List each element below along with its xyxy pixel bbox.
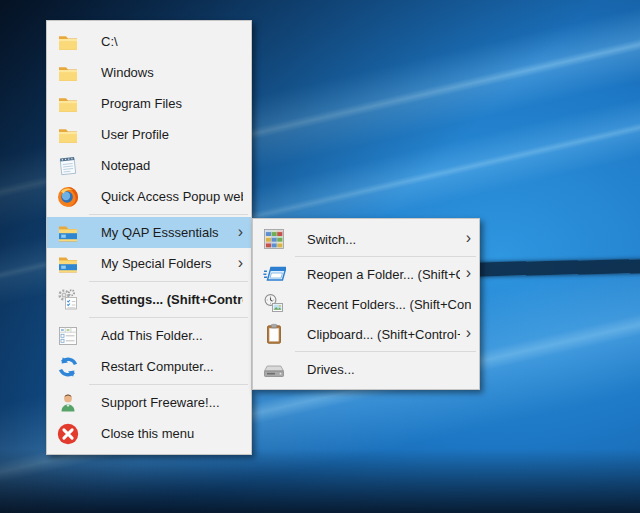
menu-item-label: Add This Folder...: [101, 328, 243, 343]
menu-item-label: Quick Access Popup web site: [101, 189, 243, 204]
submenu-item-switch[interactable]: Switch... ›: [253, 224, 479, 254]
folder-icon: [55, 60, 81, 86]
menu-item-my-special-folders[interactable]: My Special Folders ›: [47, 248, 251, 279]
recent-folders-icon: [261, 291, 287, 317]
submenu-arrow-icon: ›: [466, 265, 471, 281]
clipboard-icon: [261, 321, 287, 347]
menu-item-restart-computer[interactable]: Restart Computer...: [47, 351, 251, 382]
drives-icon: [261, 356, 287, 382]
menu-item-label: Close this menu: [101, 426, 243, 441]
menu-item-label: Clipboard... (Shift+Control+C): [307, 327, 460, 342]
menu-item-windows[interactable]: Windows: [47, 57, 251, 88]
wallpaper-bottom-shade: [0, 449, 640, 513]
menu-item-label: User Profile: [101, 127, 243, 142]
menu-item-label: My QAP Esssentials: [101, 225, 232, 240]
menu-item-notepad[interactable]: Notepad: [47, 150, 251, 181]
desktop-background[interactable]: C:\ Windows Program Files User Profile N: [0, 0, 640, 513]
support-person-icon: [55, 390, 81, 416]
menu-item-label: Program Files: [101, 96, 243, 111]
submenu-arrow-icon: ›: [238, 255, 243, 271]
menu-item-label: Support Freeware!...: [101, 395, 243, 410]
submenu-arrow-icon: ›: [238, 224, 243, 240]
menu-item-label: Restart Computer...: [101, 359, 243, 374]
menu-item-user-profile[interactable]: User Profile: [47, 119, 251, 150]
folder-icon: [55, 29, 81, 55]
menu-item-label: Notepad: [101, 158, 243, 173]
menu-separator: [295, 256, 476, 257]
submenu-item-recent-folders[interactable]: Recent Folders... (Shift+Control+R): [253, 289, 479, 319]
switch-icon: [261, 226, 287, 252]
menu-item-qap-website[interactable]: Quick Access Popup web site: [47, 181, 251, 212]
menu-item-label: Recent Folders... (Shift+Control+R): [307, 297, 471, 312]
menu-item-label: Reopen a Folder... (Shift+Control+F): [307, 267, 460, 282]
menu-separator: [89, 281, 248, 282]
menu-item-settings[interactable]: Settings... (Shift+Control+S): [47, 284, 251, 315]
submenu-arrow-icon: ›: [466, 325, 471, 341]
submenu-item-clipboard[interactable]: Clipboard... (Shift+Control+C) ›: [253, 319, 479, 349]
menu-item-label: My Special Folders: [101, 256, 232, 271]
menu-separator: [89, 214, 248, 215]
qap-main-menu: C:\ Windows Program Files User Profile N: [46, 20, 252, 455]
qap-folder-icon: [55, 220, 81, 246]
menu-item-label: Windows: [101, 65, 243, 80]
menu-item-label: C:\: [101, 34, 243, 49]
qap-folder-icon: [55, 251, 81, 277]
submenu-arrow-icon: ›: [466, 230, 471, 246]
menu-item-label: Drives...: [307, 362, 471, 377]
menu-item-c-drive[interactable]: C:\: [47, 26, 251, 57]
menu-separator: [89, 384, 248, 385]
settings-icon: [55, 287, 81, 313]
menu-item-program-files[interactable]: Program Files: [47, 88, 251, 119]
close-icon: [55, 421, 81, 447]
firefox-icon: [55, 184, 81, 210]
menu-separator: [295, 351, 476, 352]
menu-separator: [89, 317, 248, 318]
menu-item-label: Settings... (Shift+Control+S): [101, 292, 243, 307]
restart-icon: [55, 354, 81, 380]
add-folder-icon: [55, 323, 81, 349]
menu-item-my-qap-essentials[interactable]: My QAP Esssentials ›: [47, 217, 251, 248]
qap-essentials-submenu: Switch... › Reopen a Folder... (Shift+Co…: [252, 218, 480, 390]
menu-item-add-this-folder[interactable]: Add This Folder...: [47, 320, 251, 351]
notepad-icon: [55, 153, 81, 179]
submenu-item-reopen-a-folder[interactable]: Reopen a Folder... (Shift+Control+F) ›: [253, 259, 479, 289]
folder-icon: [55, 122, 81, 148]
menu-item-close-this-menu[interactable]: Close this menu: [47, 418, 251, 449]
menu-item-label: Switch...: [307, 232, 460, 247]
folder-icon: [55, 91, 81, 117]
menu-item-support-freeware[interactable]: Support Freeware!...: [47, 387, 251, 418]
submenu-item-drives[interactable]: Drives...: [253, 354, 479, 384]
reopen-folder-icon: [261, 261, 287, 287]
